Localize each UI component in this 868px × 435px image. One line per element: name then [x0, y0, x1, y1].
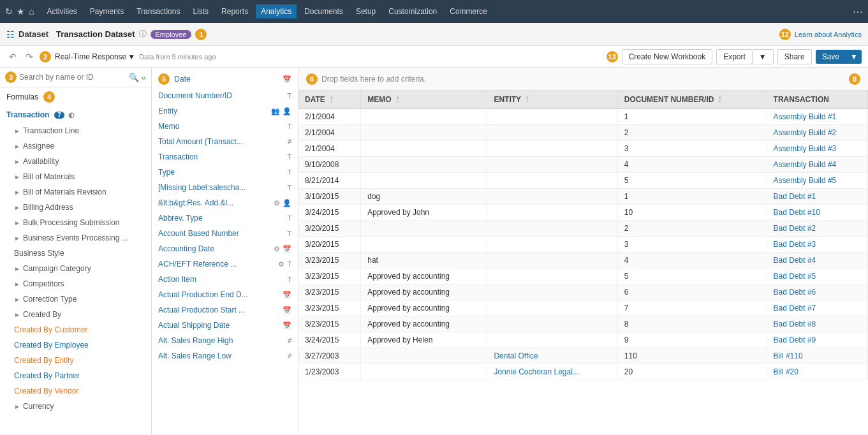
nav-created-by-entity[interactable]: Created By Entity: [0, 353, 151, 368]
nav-payments[interactable]: Payments: [85, 4, 129, 18]
export-button[interactable]: Export: [716, 49, 753, 64]
badge-1: 1: [195, 29, 207, 40]
cell-date: 3/20/2015: [298, 237, 361, 253]
response-select[interactable]: Real-Time Response ▼: [55, 52, 135, 61]
field-alt-sales-high[interactable]: Alt. Sales Range High #: [152, 333, 298, 348]
cell-transaction[interactable]: Assembly Build #5: [767, 173, 867, 189]
save-arrow-button[interactable]: ▼: [846, 50, 862, 64]
export-arrow-button[interactable]: ▼: [753, 49, 774, 64]
field-type[interactable]: Type T: [152, 165, 298, 180]
cell-transaction[interactable]: Bad Debt #5: [767, 269, 867, 284]
info-icon[interactable]: ⓘ: [139, 29, 147, 40]
nav-business-events[interactable]: ► Business Events Processing ...: [0, 230, 151, 246]
field-abbrev-type[interactable]: Abbrev. Type T: [152, 210, 298, 226]
cell-transaction[interactable]: Assembly Build #2: [767, 125, 867, 141]
field-res-add[interactable]: &lt;b&gt;Res. Add.&l... ⚙ 👤: [152, 195, 298, 210]
cell-transaction[interactable]: Bad Debt #1: [767, 189, 867, 205]
undo-button[interactable]: ↶: [6, 50, 19, 63]
field-total-amount[interactable]: Total Amount (Transact... #: [152, 134, 298, 149]
nav-transactions[interactable]: Transactions: [131, 4, 185, 18]
col-docnum-menu[interactable]: ⋮: [716, 96, 723, 104]
field-actual-prod-start[interactable]: Actual Production Start ... 📅: [152, 302, 298, 318]
col-date-menu[interactable]: ⋮: [328, 96, 335, 104]
nav-business-style[interactable]: Business Style: [0, 246, 151, 261]
cell-transaction[interactable]: Bad Debt #6: [767, 284, 867, 300]
cell-entity[interactable]: Jonnie Cochoran Legal...: [487, 364, 617, 380]
nav-analytics[interactable]: Analytics: [256, 4, 297, 18]
table-row: 1/23/2003Jonnie Cochoran Legal...20Bill …: [298, 364, 868, 380]
criteria-bar[interactable]: 6 Drop fields here to add criteria. 8: [298, 68, 868, 91]
nav-activities[interactable]: Activities: [41, 4, 82, 18]
field-action-item[interactable]: Action Item T: [152, 272, 298, 287]
nav-currency[interactable]: ► Currency: [0, 399, 151, 414]
collapse-icon[interactable]: «: [142, 73, 146, 82]
nav-assignee[interactable]: ► Assignee: [0, 138, 151, 154]
nav-campaign-category[interactable]: ► Campaign Category: [0, 261, 151, 276]
field-actual-shipping[interactable]: Actual Shipping Date 📅: [152, 318, 298, 333]
learn-analytics-link[interactable]: Learn about Analytics: [795, 31, 862, 38]
history-icon[interactable]: ↻: [5, 6, 13, 17]
nav-competitors[interactable]: ► Competitors: [0, 276, 151, 291]
more-options-button[interactable]: ⋯: [853, 6, 863, 18]
save-group: Save ▼: [816, 50, 862, 64]
col-memo-menu[interactable]: ⋮: [394, 96, 401, 104]
cell-transaction[interactable]: Bad Debt #9: [767, 332, 867, 348]
nav-created-by[interactable]: ► Created By: [0, 307, 151, 322]
nav-correction-type[interactable]: ► Correction Type: [0, 291, 151, 307]
nav-commerce[interactable]: Commerce: [445, 4, 492, 18]
field-entity[interactable]: Entity 👥 👤: [152, 103, 298, 119]
nav-created-by-partner[interactable]: Created By Partner: [0, 368, 151, 383]
cell-docnum: 2: [617, 125, 767, 141]
star-icon[interactable]: ★: [17, 6, 25, 17]
cell-transaction[interactable]: Assembly Build #3: [767, 141, 867, 157]
nav-reports[interactable]: Reports: [216, 4, 253, 18]
cell-transaction[interactable]: Bad Debt #10: [767, 205, 867, 221]
cell-transaction[interactable]: Assembly Build #4: [767, 157, 867, 173]
save-button[interactable]: Save: [816, 50, 846, 64]
nav-lists[interactable]: Lists: [188, 4, 214, 18]
field-res-name: &lt;b&gt;Res. Add.&l...: [158, 198, 271, 207]
nav-bill-of-materials-revision[interactable]: ► Bill of Materials Revision: [0, 184, 151, 200]
cell-transaction[interactable]: Bad Debt #4: [767, 253, 867, 269]
field-accounting-date[interactable]: Accounting Date ⚙ 📅: [152, 241, 298, 256]
cell-transaction[interactable]: Bad Debt #3: [767, 237, 867, 253]
nav-created-by-employee[interactable]: Created By Employee: [0, 337, 151, 353]
field-missing-label[interactable]: [Missing Label:salescha... T: [152, 180, 298, 195]
col-entity-menu[interactable]: ⋮: [524, 96, 531, 104]
cell-transaction[interactable]: Bad Debt #7: [767, 300, 867, 316]
field-docnum[interactable]: Document Number/ID T: [152, 88, 298, 103]
field-account-based[interactable]: Account Based Number T: [152, 226, 298, 241]
field-transaction[interactable]: Transaction T: [152, 149, 298, 165]
share-button[interactable]: Share: [777, 49, 812, 64]
cell-transaction[interactable]: Bill #110: [767, 348, 867, 364]
field-date[interactable]: 5 Date 📅: [152, 70, 298, 88]
search-input[interactable]: [19, 73, 126, 82]
field-alt-sales-low[interactable]: Alt. Sales Range Low #: [152, 348, 298, 364]
nav-setup[interactable]: Setup: [351, 4, 381, 18]
nav-created-by-vendor[interactable]: Created By Vendor: [0, 383, 151, 399]
cell-transaction[interactable]: Bill #20: [767, 364, 867, 380]
cell-entity[interactable]: Dental Office: [487, 348, 617, 364]
nav-transaction[interactable]: Transaction 7 ◐: [0, 107, 151, 123]
nav-transaction-line[interactable]: ► Transaction Line: [0, 123, 151, 138]
redo-button[interactable]: ↷: [23, 50, 36, 63]
field-ach-eft[interactable]: ACH/EFT Reference ... ⚙ T: [152, 256, 298, 272]
cell-transaction[interactable]: Bad Debt #8: [767, 316, 867, 332]
create-workbook-button[interactable]: Create New Workbook: [622, 49, 713, 64]
nav-bill-of-materials[interactable]: ► Bill of Materials: [0, 169, 151, 184]
cell-date: 3/23/2015: [298, 316, 361, 332]
nav-availability[interactable]: ► Availability: [0, 154, 151, 169]
field-memo[interactable]: Memo T: [152, 119, 298, 134]
cell-transaction[interactable]: Bad Debt #2: [767, 221, 867, 237]
nav-formulas[interactable]: Formulas 4: [0, 87, 151, 107]
search-icon[interactable]: 🔍: [129, 73, 139, 82]
field-actual-prod-end[interactable]: Actual Production End D... 📅: [152, 287, 298, 302]
cell-transaction[interactable]: Assembly Build #1: [767, 109, 867, 125]
nav-created-by-customer[interactable]: Created By Customer: [0, 322, 151, 337]
calendar-icon5: 📅: [283, 321, 291, 330]
nav-billing-address[interactable]: ► Billing Address: [0, 200, 151, 215]
home-icon[interactable]: ⌂: [29, 6, 34, 17]
nav-customization[interactable]: Customization: [383, 4, 442, 18]
nav-documents[interactable]: Documents: [299, 4, 348, 18]
nav-bulk-processing[interactable]: ► Bulk Processing Submission: [0, 215, 151, 230]
